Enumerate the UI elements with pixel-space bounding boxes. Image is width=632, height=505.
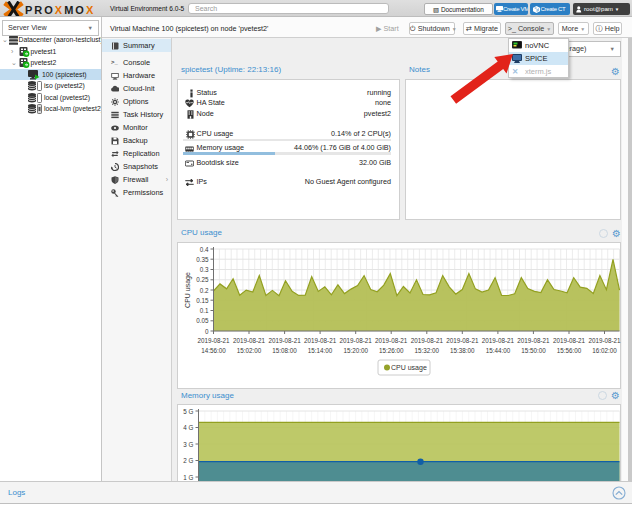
svg-text:2019-08-21: 2019-08-21 <box>446 337 479 344</box>
svg-text:5 G: 5 G <box>183 408 193 415</box>
svg-text:3 G: 3 G <box>183 441 193 448</box>
svg-text:0.1: 0.1 <box>199 307 208 314</box>
svg-text:16:02:00: 16:02:00 <box>592 347 617 354</box>
svg-text:CPU usage: CPU usage <box>184 272 192 308</box>
svg-text:0: 0 <box>204 328 208 335</box>
svg-text:2019-08-21: 2019-08-21 <box>517 337 550 344</box>
svg-text:PROXMOX: PROXMOX <box>25 4 95 16</box>
svg-text:0.25: 0.25 <box>196 276 209 283</box>
svg-text:2019-08-21: 2019-08-21 <box>303 337 336 344</box>
svg-text:15:08:00: 15:08:00 <box>272 347 297 354</box>
svg-text:1 G: 1 G <box>183 474 193 481</box>
svg-text:2019-08-21: 2019-08-21 <box>232 337 265 344</box>
svg-text:0.35: 0.35 <box>196 256 209 263</box>
svg-text:15:50:00: 15:50:00 <box>521 347 546 354</box>
svg-text:2019-08-21: 2019-08-21 <box>410 337 443 344</box>
svg-text:2019-08-21: 2019-08-21 <box>588 337 621 344</box>
svg-text:2019-08-21: 2019-08-21 <box>339 337 372 344</box>
svg-text:2019-08-21: 2019-08-21 <box>375 337 408 344</box>
svg-text:0.4: 0.4 <box>199 246 208 253</box>
svg-text:CPU usage: CPU usage <box>391 364 427 372</box>
svg-text:15:56:00: 15:56:00 <box>556 347 581 354</box>
svg-text:15:26:00: 15:26:00 <box>378 347 403 354</box>
svg-text:15:32:00: 15:32:00 <box>414 347 439 354</box>
svg-text:15:20:00: 15:20:00 <box>343 347 368 354</box>
svg-text:2019-08-21: 2019-08-21 <box>197 337 230 344</box>
svg-text:15:44:00: 15:44:00 <box>485 347 510 354</box>
svg-text:0.05: 0.05 <box>196 317 209 324</box>
svg-text:2019-08-21: 2019-08-21 <box>268 337 301 344</box>
svg-text:0.3: 0.3 <box>199 266 208 273</box>
svg-text:15:14:00: 15:14:00 <box>307 347 332 354</box>
svg-text:2019-08-21: 2019-08-21 <box>481 337 514 344</box>
svg-text:15:38:00: 15:38:00 <box>450 347 475 354</box>
svg-text:4 G: 4 G <box>183 424 193 431</box>
svg-text:0.15: 0.15 <box>196 297 209 304</box>
svg-text:14:56:00: 14:56:00 <box>201 347 226 354</box>
svg-text:0.2: 0.2 <box>199 287 208 294</box>
svg-text:2019-08-21: 2019-08-21 <box>552 337 585 344</box>
svg-text:2 G: 2 G <box>183 457 193 464</box>
svg-text:15:02:00: 15:02:00 <box>236 347 261 354</box>
